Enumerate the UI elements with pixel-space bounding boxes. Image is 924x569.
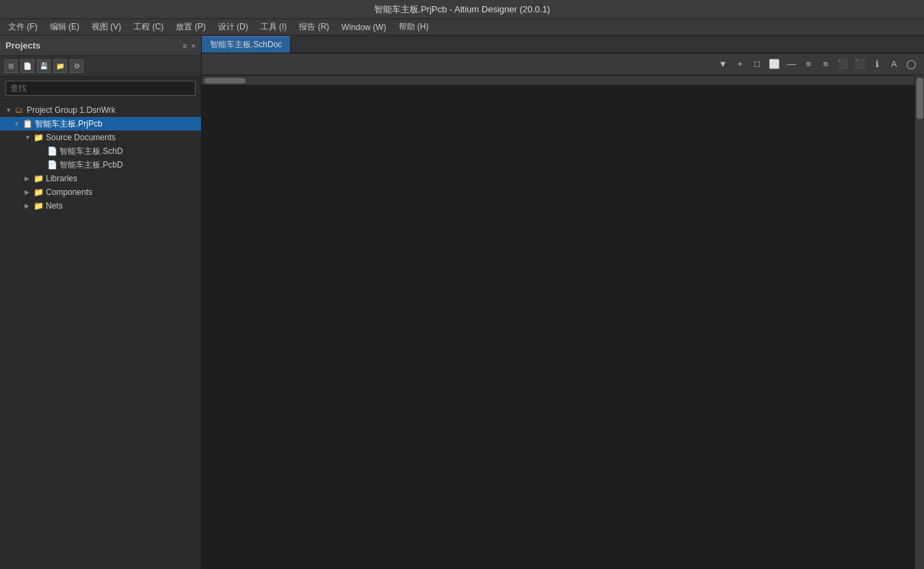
menu-edit[interactable]: 编辑 (E)	[44, 20, 85, 34]
toolbar-new-btn[interactable]: ⊞	[4, 59, 18, 73]
scrollbar-horizontal[interactable]	[202, 75, 914, 85]
schematic-tab[interactable]: 智能车主板.SchDoc	[202, 36, 291, 53]
tree-group[interactable]: ▼ 🗂 Project Group 1.DsnWrk	[0, 103, 201, 117]
menu-project[interactable]: 工程 (C)	[128, 20, 169, 34]
group-label: Project Group 1.DsnWrk	[27, 105, 116, 115]
menu-reports[interactable]: 报告 (R)	[293, 20, 334, 34]
panel-search-area	[0, 77, 201, 101]
tb-align-icon[interactable]: ≡	[801, 57, 816, 72]
tab-label: 智能车主板.SchDoc	[210, 39, 282, 51]
toolbar-open-btn[interactable]: 📄	[21, 59, 34, 73]
menubar: 文件 (F) 编辑 (E) 视图 (V) 工程 (C) 放置 (P) 设计 (D…	[0, 19, 924, 36]
panel-header: Projects ≡ ×	[0, 36, 201, 56]
sch-icon: 📄	[47, 146, 57, 156]
tab-bar: 智能车主板.SchDoc	[202, 36, 924, 53]
tb-rect-icon[interactable]: □	[750, 57, 765, 72]
nets-label: Nets	[46, 201, 63, 211]
tb-block-icon[interactable]: ⬛	[835, 57, 850, 72]
tb-align2-icon[interactable]: ≡	[818, 57, 833, 72]
menu-view[interactable]: 视图 (V)	[86, 20, 127, 34]
components-arrow: ▶	[25, 189, 33, 196]
panel-title: Projects	[5, 40, 40, 51]
tb-text-icon[interactable]: A	[886, 57, 901, 72]
components-folder-icon: 📁	[33, 187, 44, 197]
titlebar: 智能车主板.PrjPcb - Altium Designer (20.0.1)	[0, 0, 924, 19]
pcb-icon: 📄	[47, 160, 57, 170]
tree-libraries[interactable]: ▶ 📁 Libraries	[0, 172, 201, 185]
panel-controls: ≡ ×	[183, 42, 196, 50]
project-arrow: ▼	[14, 120, 22, 127]
menu-place[interactable]: 放置 (P)	[170, 20, 211, 34]
pcb-label: 智能车主板.PcbD	[60, 159, 123, 171]
menu-tools[interactable]: 工具 (I)	[255, 20, 293, 34]
tb-line-icon[interactable]: —	[784, 57, 799, 72]
menu-help[interactable]: 帮助 (H)	[393, 20, 434, 34]
tb-info-icon[interactable]: ℹ	[869, 57, 884, 72]
menu-design[interactable]: 设计 (D)	[213, 20, 254, 34]
libraries-arrow: ▶	[25, 175, 33, 182]
tb-rect2-icon[interactable]: ⬜	[767, 57, 782, 72]
source-docs-label: Source Documents	[46, 133, 116, 142]
menu-window[interactable]: Window (W)	[336, 21, 391, 34]
toolbar-save-btn[interactable]: 💾	[37, 59, 51, 73]
project-label: 智能车主板.PrjPcb	[35, 118, 103, 130]
titlebar-text: 智能车主板.PrjPcb - Altium Designer (20.0.1)	[374, 3, 551, 16]
search-input[interactable]	[5, 81, 196, 96]
project-icon: 📋	[22, 119, 33, 129]
sch-label: 智能车主板.SchD	[60, 146, 123, 157]
panel-pin-icon[interactable]: ≡	[183, 42, 187, 50]
tree-source-docs[interactable]: ▼ 📁 Source Documents	[0, 131, 201, 144]
tb-circle-icon[interactable]: ◯	[903, 57, 919, 72]
scrollbar-vertical[interactable]	[914, 75, 924, 569]
toolbar-row: ▼ + □ ⬜ — ≡ ≡ ⬛ ⬛ ℹ A ◯	[202, 53, 924, 75]
toolbar-folder-btn[interactable]: 📁	[53, 59, 67, 73]
libraries-label: Libraries	[46, 174, 77, 183]
main-layout: Projects ≡ × ⊞ 📄 💾 📁 ⚙ ▼ 🗂 Project Group…	[0, 36, 924, 569]
group-arrow: ▼	[5, 107, 14, 114]
panel-close-icon[interactable]: ×	[192, 42, 196, 50]
project-tree: ▼ 🗂 Project Group 1.DsnWrk ▼ 📋 智能车主板.Prj…	[0, 101, 201, 569]
libraries-folder-icon: 📁	[33, 174, 44, 183]
tree-project[interactable]: ▼ 📋 智能车主板.PrjPcb	[0, 117, 201, 131]
tb-add-icon[interactable]: +	[732, 57, 748, 72]
source-docs-folder-icon: 📁	[33, 133, 44, 142]
nets-folder-icon: 📁	[33, 201, 44, 211]
tree-sch-file[interactable]: 📄 智能车主板.SchD	[0, 144, 201, 158]
tb-filter-icon[interactable]: ▼	[715, 57, 730, 72]
scrollbar-h-thumb[interactable]	[204, 78, 246, 83]
canvas-area: 2 4 6 8 10 12 14	[202, 75, 914, 569]
canvas-wrapper: 2 4 6 8 10 12 14	[202, 75, 924, 569]
tree-pcb-file[interactable]: 📄 智能车主板.PcbD	[0, 158, 201, 172]
toolbar-settings-btn[interactable]: ⚙	[70, 59, 83, 73]
tree-nets[interactable]: ▶ 📁 Nets	[0, 199, 201, 213]
panel-toolbar: ⊞ 📄 💾 📁 ⚙	[0, 56, 201, 77]
scrollbar-v-thumb[interactable]	[916, 78, 923, 119]
group-icon: 🗂	[14, 105, 25, 115]
content-area: 智能车主板.SchDoc ▼ + □ ⬜ — ≡ ≡ ⬛ ⬛ ℹ A ◯	[202, 36, 924, 569]
components-label: Components	[46, 187, 92, 197]
projects-panel: Projects ≡ × ⊞ 📄 💾 📁 ⚙ ▼ 🗂 Project Group…	[0, 36, 202, 569]
menu-file[interactable]: 文件 (F)	[3, 20, 43, 34]
nets-arrow: ▶	[25, 202, 33, 209]
tree-components[interactable]: ▶ 📁 Components	[0, 185, 201, 199]
source-docs-arrow: ▼	[25, 134, 33, 141]
tb-block2-icon[interactable]: ⬛	[852, 57, 867, 72]
